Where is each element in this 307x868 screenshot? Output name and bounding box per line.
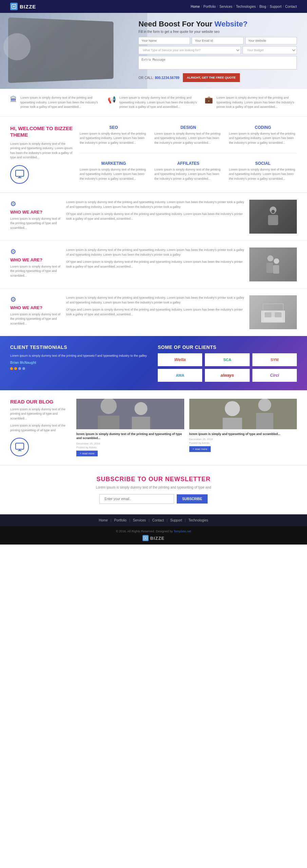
- newsletter-subscribe-button[interactable]: SUBSCRIBE: [177, 494, 208, 504]
- nav-contact[interactable]: Contact: [285, 5, 297, 8]
- nav-portfolio[interactable]: Portfolio: [203, 5, 216, 8]
- svg-rect-18: [16, 443, 24, 449]
- or-call-text: OR CALL: 800.1234.56789: [138, 76, 179, 80]
- client-ama: AMA: [158, 369, 202, 382]
- who-title-3: WHO WE ARE?: [10, 305, 61, 310]
- dot-2[interactable]: [14, 367, 17, 370]
- svg-rect-12: [273, 265, 279, 274]
- footer-bottom-bar: © 2016. All Rights Reserved. Designed by…: [0, 526, 307, 545]
- nav-technologies[interactable]: Technologies: [236, 5, 256, 8]
- dot-4[interactable]: [22, 367, 25, 370]
- svg-rect-23: [98, 416, 120, 429]
- who-center-text2-3: Of type and Lorem ipsum is simply dummy …: [66, 307, 244, 317]
- clients-grid: Wella SCA SYM AMA always Circi: [158, 353, 297, 382]
- website-input[interactable]: [245, 37, 297, 44]
- client-sym: SYM: [252, 353, 297, 366]
- testimonials-title: CLIENT TESTIMONIALS: [10, 344, 149, 350]
- service-social-title: SOCIAL: [229, 161, 297, 166]
- services-divider: [80, 153, 297, 156]
- clients-title: SOME OF OUR CLIENTS: [158, 344, 297, 350]
- welcome-icon-circle: [10, 165, 29, 184]
- newsletter-form: SUBSCRIBE: [10, 494, 297, 504]
- svg-point-11: [274, 258, 279, 264]
- service-marketing: MARKETING Lorem ipsum is simply dummy te…: [80, 161, 148, 184]
- newsletter-email-input[interactable]: [99, 494, 174, 504]
- who-left-2: ⚙ WHO WE ARE? Lorem ipsum is simply dumm…: [10, 248, 61, 278]
- blog-img-people: [76, 399, 184, 429]
- nav-services[interactable]: Services: [219, 5, 232, 8]
- who-center-3: Lorem ipsum is simply dummy text of the …: [66, 295, 244, 317]
- testimonials-section: CLIENT TESTIMONIALS Lorem ipsum is simpl…: [0, 336, 307, 390]
- newsletter-text: Lorem ipsum is simply dummy text of the …: [10, 486, 297, 489]
- cta-button[interactable]: ALRIGHT, GET THE FREE QUOTE: [183, 73, 240, 82]
- gear-icon-2: ⚙: [10, 248, 61, 256]
- svg-rect-21: [76, 399, 184, 429]
- blog-icon-circle: [10, 438, 29, 456]
- service-design-text: Lorem ipsum is simply dummy text of the …: [154, 132, 222, 145]
- svg-point-24: [134, 402, 147, 415]
- client-wella: Wella: [158, 353, 202, 366]
- who-center-text1-1: Lorem ipsum is simply dummy text of the …: [66, 200, 244, 210]
- budget-select[interactable]: Your Budget: [243, 46, 297, 54]
- nav-blog[interactable]: Blog: [259, 5, 266, 8]
- svg-rect-17: [275, 312, 282, 317]
- blog-posts: lorem ipsum is simply dummy text of the …: [76, 399, 297, 457]
- template-link[interactable]: Template.net: [174, 530, 191, 533]
- feature-text-1: Lorem ipsum is simply dummy text of the …: [20, 96, 102, 110]
- svg-point-27: [225, 401, 239, 416]
- svg-point-8: [271, 210, 275, 214]
- footer-support[interactable]: Support: [170, 518, 182, 522]
- blog-post-title-1: lorem ipsum is simply dummy text of the …: [76, 432, 184, 440]
- blog-text1: Lorem ipsum is simply dummy text of the …: [10, 407, 70, 421]
- nav-support[interactable]: Support: [270, 5, 282, 8]
- who-center-1: Lorem ipsum is simply dummy text of the …: [66, 200, 244, 221]
- footer-portfolio[interactable]: Portfolio: [114, 518, 127, 522]
- service-coding-text: Lorem ipsum is simply dummy text of the …: [229, 132, 297, 145]
- footer-home[interactable]: Home: [99, 518, 108, 522]
- who-section-2: ⚙ WHO WE ARE? Lorem ipsum is simply dumm…: [0, 240, 307, 288]
- testimonial-text: Lorem ipsum is simply dummy text of the …: [10, 353, 149, 358]
- footer-logo-icon: [142, 535, 149, 541]
- who-left-1: ⚙ WHO WE ARE? Lorem ipsum is simply dumm…: [10, 200, 61, 231]
- read-more-btn-1[interactable]: + read more: [76, 451, 98, 456]
- service-design-title: DESIGN: [154, 125, 222, 130]
- footer-technologies[interactable]: Technologies: [188, 518, 208, 522]
- service-affilates: AFFILATES Lorem ipsum is simply dummy te…: [154, 161, 222, 184]
- who-left-text-3: Lorem ipsum is simply dummy text of the …: [10, 312, 61, 326]
- blog-left: READ OUR BLOG Lorem ipsum is simply dumm…: [10, 399, 70, 457]
- read-more-btn-2[interactable]: + read more: [189, 446, 211, 452]
- service-select[interactable]: What Type of Service your are looking fo…: [138, 46, 241, 54]
- blog-post-title-2: lorem ipsum is simply and typesetting of…: [189, 432, 297, 436]
- blog-post-image-1: [76, 399, 184, 429]
- who-section-1: ⚙ WHO WE ARE? Lorem ipsum is simply dumm…: [0, 193, 307, 240]
- who-center-text2-1: Of type and Lorem ipsum is simply dummy …: [66, 212, 244, 221]
- email-input[interactable]: [192, 37, 243, 44]
- gear-icon-1: ⚙: [10, 200, 61, 208]
- nav-home[interactable]: Home: [191, 5, 200, 8]
- hero-subtitle: Fill in the form to get a free quote for…: [138, 30, 297, 34]
- bank-icon: 🏛: [10, 96, 17, 103]
- blog-title: READ OUR BLOG: [10, 399, 70, 405]
- svg-rect-16: [265, 312, 271, 317]
- client-always: always: [205, 369, 249, 382]
- testimonial-left: CLIENT TESTIMONIALS Lorem ipsum is simpl…: [10, 344, 149, 382]
- blog-text2: Lorem ipsum is simply dummy text of the …: [10, 423, 70, 433]
- footer-copyright: © 2016. All Rights Reserved. Designed by…: [10, 530, 297, 533]
- clients-section: SOME OF OUR CLIENTS Wella SCA SYM AMA al…: [158, 344, 297, 382]
- logo[interactable]: BIZZE: [10, 3, 36, 10]
- service-seo: SEO Lorem ipsum is simply dummy text of …: [80, 125, 148, 148]
- feature-item-3: 💼 Lorem ipsum is simply dummy text of th…: [205, 96, 297, 110]
- testimonial-dots[interactable]: [10, 367, 149, 370]
- feature-text-2: Lorem ipsum is simply dummy text of the …: [119, 96, 200, 110]
- dot-1[interactable]: [10, 367, 13, 370]
- name-input[interactable]: [138, 37, 190, 44]
- who-title-2: WHO WE ARE?: [10, 257, 61, 262]
- message-textarea[interactable]: [138, 56, 297, 70]
- hero-section: Need Boost For Your Website? Fill in the…: [0, 13, 307, 89]
- footer-services[interactable]: Services: [133, 518, 146, 522]
- footer-contact[interactable]: Contact: [152, 518, 164, 522]
- blog-img-people-2: [189, 399, 297, 429]
- megaphone-icon: 📢: [108, 96, 116, 104]
- dot-3[interactable]: [18, 367, 21, 370]
- feature-text-3: Lorem ipsum is simply dummy text of the …: [216, 96, 297, 110]
